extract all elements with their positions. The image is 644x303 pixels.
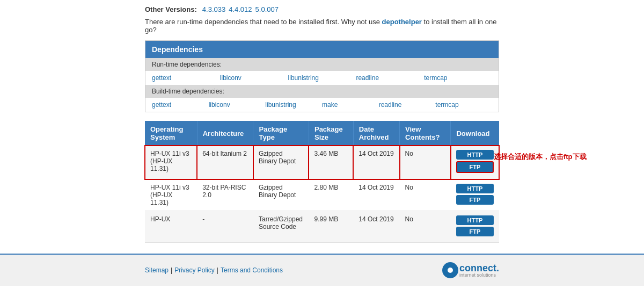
- version-link-1[interactable]: 4.3.033: [202, 5, 225, 13]
- depothelper-link[interactable]: depothelper: [382, 18, 422, 26]
- runtime-items-row: gettext libiconv libunistring readline t…: [145, 71, 499, 85]
- runtime-item-5[interactable]: termcap: [424, 74, 492, 82]
- row2-date: 14 Oct 2019: [353, 179, 399, 211]
- version-links: 4.3.033 4.4.012 5.0.007: [202, 5, 279, 13]
- runtime-label: Run-time dependencies:: [145, 58, 499, 71]
- row2-pkg-type: GzippedBinary Depot: [253, 179, 309, 211]
- buildtime-item-3[interactable]: libunistring: [265, 101, 322, 109]
- table-header-row: Operating System Architecture Package Ty…: [145, 121, 499, 146]
- packages-table: Operating System Architecture Package Ty…: [145, 121, 499, 243]
- footer: Sitemap | Privacy Policy | Terms and Con…: [0, 254, 644, 286]
- runtime-item-3[interactable]: libunistring: [288, 74, 356, 82]
- row2-arch: 32-bit PA-RISC 2.0: [197, 179, 253, 211]
- annotation-text: 选择合适的版本，点击ftp下载: [494, 152, 587, 162]
- footer-sitemap[interactable]: Sitemap: [145, 266, 169, 274]
- row3-os: HP-UX: [145, 211, 197, 243]
- col-arch: Architecture: [197, 121, 253, 146]
- version-link-2[interactable]: 4.4.012: [229, 5, 252, 13]
- row3-date: 14 Oct 2019: [353, 211, 399, 243]
- footer-terms[interactable]: Terms and Conditions: [221, 266, 283, 274]
- row3-http-button[interactable]: HTTP: [456, 215, 494, 225]
- buildtime-item-6[interactable]: termcap: [435, 101, 492, 109]
- buildtime-item-2[interactable]: libiconv: [209, 101, 266, 109]
- dependencies-header: Dependencies: [145, 41, 499, 58]
- row1-http-button[interactable]: HTTP: [456, 150, 494, 160]
- deps-notice: There are run-time dependencies that nee…: [145, 18, 499, 34]
- footer-sep-2: |: [217, 266, 218, 274]
- row2-download: HTTP FTP: [451, 179, 499, 211]
- row2-ftp-button[interactable]: FTP: [456, 195, 494, 205]
- version-link-3[interactable]: 5.0.007: [255, 5, 279, 13]
- runtime-item-4[interactable]: readline: [356, 74, 424, 82]
- logo-icon: [442, 262, 458, 278]
- buildtime-item-1[interactable]: gettext: [152, 101, 209, 109]
- row3-ftp-button[interactable]: FTP: [456, 227, 494, 236]
- row1-date: 14 Oct 2019: [353, 146, 399, 179]
- other-versions-label: Other Versions:: [145, 5, 197, 13]
- footer-sep-1: |: [171, 266, 172, 274]
- col-date: Date Archived: [353, 121, 399, 146]
- runtime-item-2[interactable]: libiconv: [220, 74, 288, 82]
- buildtime-label: Build-time dependencies:: [145, 85, 499, 98]
- col-download: Download: [451, 121, 499, 146]
- row1-arch: 64-bit Itanium 2: [197, 146, 253, 179]
- logo-text: connect.: [459, 263, 499, 273]
- row2-http-button[interactable]: HTTP: [456, 184, 494, 193]
- row3-pkg-size: 9.99 MB: [309, 211, 353, 243]
- dependencies-box: Dependencies Run-time dependencies: gett…: [145, 40, 499, 112]
- table-row: HP-UX - Tarred/GzippedSource Code 9.99 M…: [145, 211, 499, 243]
- footer-privacy[interactable]: Privacy Policy: [174, 266, 215, 274]
- buildtime-items-row: gettext libiconv libunistring make readl…: [145, 98, 499, 112]
- row2-view: No: [400, 179, 451, 211]
- buildtime-item-4[interactable]: make: [322, 101, 379, 109]
- col-pkg-size: Package Size: [309, 121, 353, 146]
- table-row: HP-UX 11i v3(HP-UX 11.31) 32-bit PA-RISC…: [145, 179, 499, 211]
- row1-ftp-button[interactable]: FTP: [456, 161, 494, 173]
- row1-pkg-type: GzippedBinary Depot: [253, 146, 309, 179]
- deps-notice-text-before: There are run-time dependencies that nee…: [145, 18, 382, 26]
- other-versions-row: Other Versions: 4.3.033 4.4.012 5.0.007: [145, 5, 499, 13]
- footer-links: Sitemap | Privacy Policy | Terms and Con…: [145, 266, 283, 274]
- row1-os: HP-UX 11i v3(HP-UX 11.31): [145, 146, 197, 179]
- col-view: View Contents?: [400, 121, 451, 146]
- row1-download: HTTP FTP 选择合适的版本，点击ftp下载: [451, 146, 499, 179]
- table-row: HP-UX 11i v3(HP-UX 11.31) 64-bit Itanium…: [145, 146, 499, 179]
- col-pkg-type: Package Type: [253, 121, 309, 146]
- connect-logo: connect. internet solutions: [442, 262, 499, 278]
- row3-download: HTTP FTP: [451, 211, 499, 243]
- row2-os: HP-UX 11i v3(HP-UX 11.31): [145, 179, 197, 211]
- runtime-item-1[interactable]: gettext: [152, 74, 220, 82]
- row3-pkg-type: Tarred/GzippedSource Code: [253, 211, 309, 243]
- row1-view: No: [400, 146, 451, 179]
- logo-sub: internet solutions: [459, 273, 499, 278]
- col-os: Operating System: [145, 121, 197, 146]
- row3-arch: -: [197, 211, 253, 243]
- row2-pkg-size: 2.80 MB: [309, 179, 353, 211]
- row3-view: No: [400, 211, 451, 243]
- buildtime-item-5[interactable]: readline: [379, 101, 436, 109]
- row1-pkg-size: 3.46 MB: [309, 146, 353, 179]
